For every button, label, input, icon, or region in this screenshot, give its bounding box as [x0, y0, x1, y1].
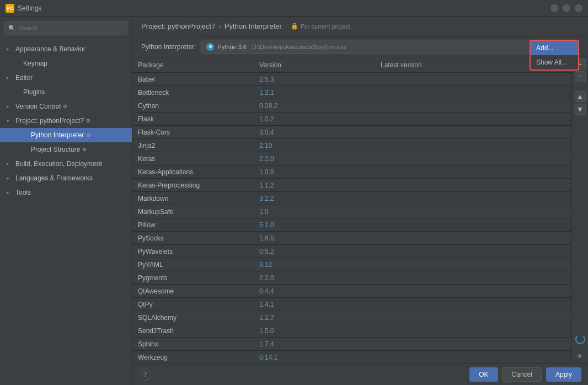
arrow-icon: ▸ [7, 175, 14, 181]
table-row[interactable]: Jinja22.10 [132, 139, 571, 152]
search-box[interactable]: 🔍 [4, 21, 127, 35]
minimize-button[interactable]: ─ [550, 4, 558, 12]
table-main: Package Version Latest version Babel2.5.… [132, 57, 571, 363]
table-row[interactable]: MarkupSafe1.0 [132, 205, 571, 218]
cancel-button[interactable]: Cancel [503, 367, 542, 382]
arrow-icon: ▸ [7, 104, 14, 109]
package-version: 2.2.0 [254, 155, 375, 163]
package-version: 0.28.2 [254, 102, 375, 110]
table-row[interactable]: Babel2.5.3 [132, 73, 571, 86]
sidebar-item-languages[interactable]: ▸Languages & Frameworks [0, 171, 132, 185]
sidebar-item-tools[interactable]: ▸Tools [0, 185, 132, 200]
table-row[interactable]: Keras2.2.0 [132, 152, 571, 165]
main-layout: 🔍 ▸Appearance & BehaviorKeymap▸EditorPlu… [0, 17, 588, 385]
table-row[interactable]: PyYAML3.12 [132, 258, 571, 271]
python-icon: ⊙ [206, 43, 214, 51]
sidebar: 🔍 ▸Appearance & BehaviorKeymap▸EditorPlu… [0, 17, 132, 385]
python-path: D:\DevHelp\Anaconda3\python.exe [252, 44, 347, 50]
breadcrumb-page: Python Interpreter [224, 22, 282, 30]
package-name: Send2Trash [132, 327, 254, 335]
settings-icon: ⚙ [86, 118, 90, 124]
package-name: Jinja2 [132, 142, 254, 149]
side-panel: + − ▲ ▼ 👁 [571, 57, 588, 363]
sidebar-item-label: Project: pythonProject7 [15, 117, 84, 125]
table-row[interactable]: PyWavelets0.5.2 [132, 245, 571, 258]
sidebar-item-label: Keymap [23, 60, 47, 67]
table-row[interactable]: Keras-Applications1.0.8 [132, 165, 571, 179]
add-interpreter-button[interactable]: Add... [531, 41, 578, 55]
search-input[interactable] [18, 25, 124, 31]
package-name: Sphinx [132, 340, 254, 348]
sidebar-item-python-interpreter[interactable]: Python Interpreter⚙ [0, 128, 132, 142]
table-row[interactable]: QtAwesome0.4.4 [132, 285, 571, 298]
package-name: Pygments [132, 274, 254, 282]
package-version: 2.5.3 [254, 76, 375, 83]
settings-icon: ⚙ [63, 104, 67, 109]
table-row[interactable]: Send2Trash1.5.0 [132, 324, 571, 338]
arrow-icon: ▾ [7, 118, 14, 124]
sidebar-tree: ▸Appearance & BehaviorKeymap▸EditorPlugi… [0, 40, 132, 385]
maximize-button[interactable]: □ [563, 4, 570, 12]
scroll-down-button[interactable]: ▼ [575, 104, 586, 115]
sidebar-item-editor[interactable]: ▸Editor [0, 71, 132, 85]
settings-icon: ⚙ [82, 147, 87, 152]
package-version: 1.0 [254, 208, 375, 216]
interpreter-select[interactable]: ⊙ Python 3.6 D:\DevHelp\Anaconda3\python… [201, 40, 579, 54]
package-name: Flask-Cors [132, 129, 254, 136]
sidebar-item-plugins[interactable]: Plugins [0, 85, 132, 99]
table-row[interactable]: Flask-Cors3.0.4 [132, 126, 571, 139]
col-header-version: Version [254, 61, 375, 69]
package-version: 1.0.8 [254, 168, 375, 176]
interpreter-row: Python Interpreter: ⊙ Python 3.6 D:\DevH… [132, 36, 588, 57]
table-row[interactable]: Sphinx1.7.4 [132, 338, 571, 351]
package-name: Keras [132, 155, 254, 163]
window-controls: ─ □ ✕ [550, 4, 582, 12]
table-row[interactable]: Pillow5.1.0 [132, 218, 571, 232]
help-button[interactable]: ? [139, 368, 151, 381]
footer: ? OK Cancel Apply [132, 363, 588, 385]
sidebar-item-label: Appearance & Behavior [15, 45, 85, 53]
package-version: 1.1.2 [254, 181, 375, 189]
interpreter-actions-dropdown: Add... Show All... [530, 40, 579, 71]
sidebar-item-label: Version Control [15, 103, 61, 110]
table-row[interactable]: Cython0.28.2 [132, 99, 571, 113]
search-icon: 🔍 [8, 25, 16, 32]
show-all-button[interactable]: Show All... [531, 55, 578, 69]
table-row[interactable]: SQLAlchemy1.2.7 [132, 311, 571, 324]
app-icon: PC [6, 4, 14, 13]
sidebar-item-appearance[interactable]: ▸Appearance & Behavior [0, 42, 132, 56]
table-row[interactable]: Keras-Preprocessing1.1.2 [132, 179, 571, 192]
sidebar-item-project[interactable]: ▾Project: pythonProject7⚙ [0, 114, 132, 128]
table-row[interactable]: Werkzeug0.14.1 [132, 351, 571, 363]
package-version: 1.0.2 [254, 115, 375, 123]
package-name: MarkupSafe [132, 208, 254, 216]
scroll-up-button[interactable]: ▲ [575, 91, 586, 102]
ok-button[interactable]: OK [469, 367, 498, 382]
close-button[interactable]: ✕ [575, 4, 582, 12]
table-row[interactable]: Markdown3.2.2 [132, 192, 571, 205]
footer-right: OK Cancel Apply [469, 367, 581, 382]
eye-button[interactable]: 👁 [575, 351, 586, 362]
scope-label: For current project [301, 23, 350, 30]
package-name: QtPy [132, 301, 254, 308]
sidebar-item-build[interactable]: ▸Build, Execution, Deployment [0, 157, 132, 171]
sidebar-item-project-structure[interactable]: Project Structure⚙ [0, 142, 132, 157]
breadcrumb-project[interactable]: Project: pythonProject7 [141, 22, 215, 30]
remove-package-button[interactable]: − [575, 71, 586, 82]
arrow-icon: ▸ [7, 75, 14, 81]
package-name: PySocks [132, 234, 254, 242]
table-row[interactable]: PySocks1.6.8 [132, 232, 571, 245]
sidebar-item-version-control[interactable]: ▸Version Control⚙ [0, 99, 132, 114]
apply-button[interactable]: Apply [546, 367, 581, 382]
package-name: Babel [132, 76, 254, 83]
sidebar-item-keymap[interactable]: Keymap [0, 56, 132, 71]
table-row[interactable]: Pygments2.2.0 [132, 271, 571, 285]
footer-left: ? [139, 368, 151, 381]
table-row[interactable]: QtPy1.4.1 [132, 298, 571, 311]
sidebar-item-label: Editor [15, 74, 33, 82]
table-row[interactable]: Bottleneck1.2.1 [132, 86, 571, 99]
package-name: SQLAlchemy [132, 314, 254, 322]
interpreter-label: Python Interpreter: [141, 43, 196, 51]
table-row[interactable]: Flask1.0.2 [132, 113, 571, 126]
package-version: 0.4.4 [254, 287, 375, 295]
